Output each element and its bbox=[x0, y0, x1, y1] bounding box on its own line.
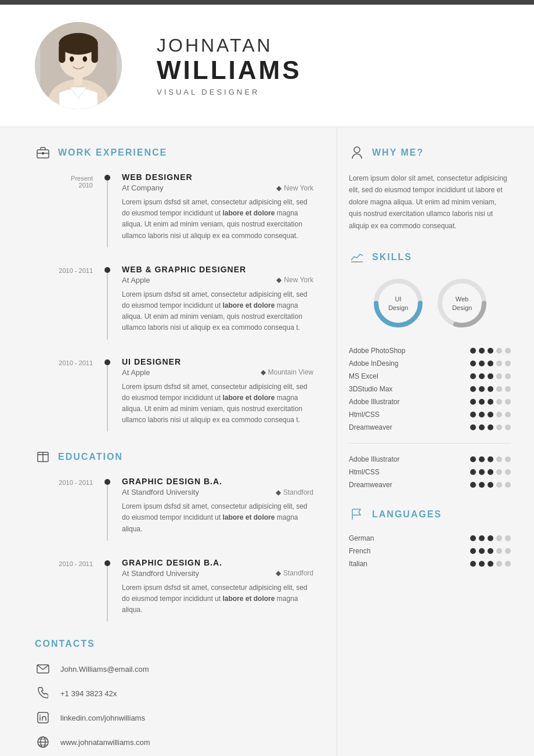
skill-row-3dmax: 3DStudio Max bbox=[349, 385, 511, 393]
name-block: JOHNATAN WILLIAMS VISUAL DESIGNER bbox=[157, 35, 499, 96]
dot bbox=[488, 386, 493, 392]
linkedin-icon bbox=[35, 710, 51, 726]
dot bbox=[470, 373, 476, 379]
company-location-2: At Apple ◆ New York bbox=[122, 276, 313, 285]
work-desc-3: Lorem ipsum dsfsd sit amet, consectetur … bbox=[122, 381, 313, 426]
languages-label: LANGUAGES bbox=[372, 509, 442, 520]
dot bbox=[488, 561, 493, 567]
skills-section: SKILLS UI Design bbox=[349, 249, 511, 489]
dot bbox=[505, 348, 511, 354]
work-desc-2: Lorem ipsum dsfsd sit amet, consectetur … bbox=[122, 289, 313, 334]
work-item-2: 2010 - 2011 WEB & GRAPHIC DESIGNER At Ap… bbox=[46, 265, 313, 340]
work-period-3: 2010 - 2011 bbox=[46, 357, 93, 432]
dot bbox=[479, 373, 485, 379]
edu-line-2 bbox=[104, 558, 110, 622]
languages-list: German French bbox=[349, 534, 511, 568]
dot bbox=[479, 482, 485, 488]
edu-location-1: ◆ Standford bbox=[276, 488, 313, 496]
work-content-3: UI DESIGNER At Apple ◆ Mountain View Lor… bbox=[122, 357, 313, 432]
languages-section: LANGUAGES German French bbox=[349, 506, 511, 568]
skill-row-html: Html/CSS bbox=[349, 411, 511, 419]
dot bbox=[470, 548, 476, 554]
dot bbox=[488, 424, 493, 430]
skill-row-illustrator: Adobe Illustrator bbox=[349, 398, 511, 406]
school-name-1: At Standford University bbox=[122, 488, 199, 496]
timeline-dot-1 bbox=[104, 175, 110, 181]
dot bbox=[488, 482, 493, 488]
timeline-line-2 bbox=[104, 265, 110, 340]
edu-content-2: GRAPHIC DESIGN B.A. At Standford Univers… bbox=[122, 558, 313, 622]
timeline-vert-1 bbox=[107, 181, 108, 247]
work-title-1: WEB DESIGNER bbox=[122, 172, 313, 182]
svg-rect-9 bbox=[74, 75, 83, 85]
dot bbox=[470, 399, 476, 405]
skills-label: SKILLS bbox=[372, 252, 412, 262]
company-location-1: At Company ◆ New York bbox=[122, 183, 313, 192]
company-location-3: At Apple ◆ Mountain View bbox=[122, 368, 313, 377]
contacts-section: CONTACTS John.Williams@email.com bbox=[35, 639, 313, 750]
dot bbox=[496, 412, 502, 417]
dot bbox=[470, 482, 476, 488]
person-icon bbox=[349, 145, 365, 161]
dot bbox=[479, 412, 485, 417]
work-title-2: WEB & GRAPHIC DESIGNER bbox=[122, 265, 313, 274]
edu-desc-1: Lorem ipsum dsfsd sit amet, consectetur … bbox=[122, 501, 313, 535]
flag-icon bbox=[349, 506, 365, 523]
why-me-text: Lorem ipsum dolor sit amet, consectetur … bbox=[349, 172, 511, 232]
website-value: www.johnatanwilliams.com bbox=[60, 738, 150, 747]
dot bbox=[496, 548, 502, 554]
dot bbox=[505, 535, 511, 541]
dot bbox=[505, 456, 511, 462]
dot bbox=[488, 535, 493, 541]
edu-desc-2: Lorem ipsum dsfsd sit amet, consectetur … bbox=[122, 582, 313, 616]
dot bbox=[470, 535, 476, 541]
edu-period-2: 2010 - 2011 bbox=[46, 558, 93, 622]
main-content: WORK EXPERIENCE Present 2010 WEB DESIGNE… bbox=[0, 127, 534, 756]
skill-circles: UI Design Web Design bbox=[349, 277, 511, 329]
skill-row-illustrator2: Adobe Illustrator bbox=[349, 455, 511, 463]
dot bbox=[488, 469, 493, 475]
first-name: JOHNATAN bbox=[157, 35, 499, 56]
edu-title-1: GRAPHIC DESIGN B.A. bbox=[122, 477, 313, 486]
avatar bbox=[35, 22, 122, 109]
edu-pin-1: ◆ bbox=[276, 488, 281, 496]
right-column: WHY ME? Lorem ipsum dolor sit amet, cons… bbox=[337, 127, 534, 756]
company-name-1: At Company bbox=[122, 183, 164, 192]
timeline-vert-3 bbox=[107, 365, 108, 432]
edu-pin-2: ◆ bbox=[276, 569, 281, 577]
company-name-3: At Apple bbox=[122, 368, 150, 377]
lang-italian: Italian bbox=[349, 560, 511, 568]
dot bbox=[488, 456, 493, 462]
skill-row-photoshop: Adobe PhotoShop bbox=[349, 347, 511, 355]
top-bar bbox=[0, 0, 534, 5]
lang-dots-german bbox=[470, 535, 511, 541]
skill-name-html: Html/CSS bbox=[349, 411, 430, 419]
dot bbox=[479, 456, 485, 462]
skill-dots-photoshop bbox=[470, 348, 511, 354]
dot bbox=[488, 548, 493, 554]
dot bbox=[496, 399, 502, 405]
dot bbox=[496, 456, 502, 462]
location-3: ◆ Mountain View bbox=[261, 368, 314, 376]
skill-row-excel: MS Excel bbox=[349, 372, 511, 380]
work-item-1: Present 2010 WEB DESIGNER At Company ◆ bbox=[46, 172, 313, 247]
edu-item-1: 2010 - 2011 GRAPHIC DESIGN B.A. At Stand… bbox=[46, 477, 313, 541]
dot bbox=[496, 361, 502, 366]
dot bbox=[505, 399, 511, 405]
header: JOHNATAN WILLIAMS VISUAL DESIGNER bbox=[0, 5, 534, 127]
dot bbox=[479, 386, 485, 392]
dot bbox=[505, 548, 511, 554]
contact-linkedin: linkedin.com/johnwilliams bbox=[35, 710, 313, 726]
globe-icon bbox=[35, 734, 51, 750]
dot bbox=[479, 469, 485, 475]
dot bbox=[470, 561, 476, 567]
email-icon bbox=[35, 661, 51, 677]
work-content-2: WEB & GRAPHIC DESIGNER At Apple ◆ New Yo… bbox=[122, 265, 313, 340]
pin-icon-2: ◆ bbox=[276, 276, 282, 284]
skill-row-dreamweaver: Dreamweaver bbox=[349, 423, 511, 431]
svg-point-19 bbox=[39, 715, 41, 716]
dot bbox=[479, 348, 485, 354]
work-title-3: UI DESIGNER bbox=[122, 357, 313, 366]
dot bbox=[470, 412, 476, 417]
svg-rect-6 bbox=[92, 44, 98, 63]
